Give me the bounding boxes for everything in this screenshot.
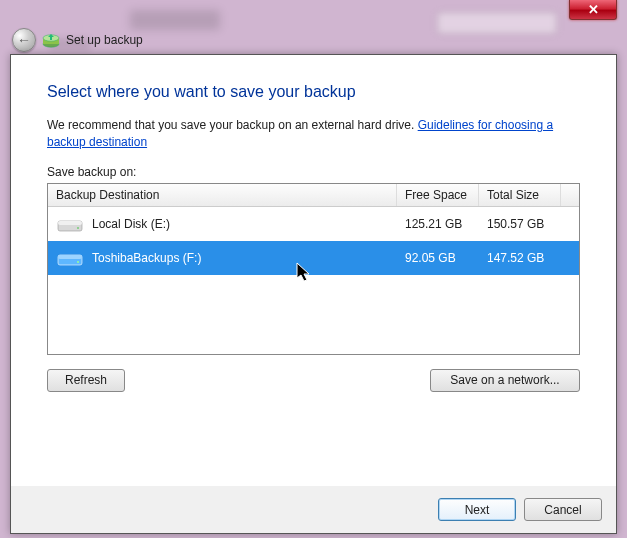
back-button[interactable]: ← [12,28,36,52]
drive-name: Local Disk (E:) [92,217,170,231]
page-description: We recommend that you save your backup o… [47,117,580,151]
col-padding [561,184,579,206]
col-free-space[interactable]: Free Space [397,184,479,206]
drive-free: 92.05 GB [397,251,479,265]
svg-rect-4 [58,221,82,225]
svg-point-5 [77,227,79,229]
window-title: Set up backup [66,33,143,47]
table-row[interactable]: ToshibaBackups (F:)92.05 GB147.52 GB [48,241,579,275]
titlebar: ← Set up backup [12,28,615,52]
table-header: Backup Destination Free Space Total Size [48,184,579,207]
drive-icon [56,247,84,269]
save-on-label: Save backup on: [47,165,580,179]
next-button[interactable]: Next [438,498,516,521]
svg-rect-7 [58,255,82,259]
svg-point-8 [77,261,79,263]
close-icon: ✕ [588,2,599,17]
wizard-footer: Next Cancel [11,486,616,533]
page-heading: Select where you want to save your backu… [47,83,580,101]
refresh-button[interactable]: Refresh [47,369,125,392]
drive-total: 150.57 GB [479,217,561,231]
table-row[interactable]: Local Disk (E:)125.21 GB150.57 GB [48,207,579,241]
backup-wizard-icon [42,32,60,48]
drive-table: Backup Destination Free Space Total Size… [47,183,580,355]
drive-icon [56,213,84,235]
wizard-panel: Select where you want to save your backu… [10,54,617,534]
drive-total: 147.52 GB [479,251,561,265]
drive-free: 125.21 GB [397,217,479,231]
close-button[interactable]: ✕ [569,0,617,20]
save-on-network-button[interactable]: Save on a network... [430,369,580,392]
col-total-size[interactable]: Total Size [479,184,561,206]
drive-name: ToshibaBackups (F:) [92,251,201,265]
cancel-button[interactable]: Cancel [524,498,602,521]
col-destination[interactable]: Backup Destination [48,184,397,206]
back-arrow-icon: ← [17,32,31,48]
